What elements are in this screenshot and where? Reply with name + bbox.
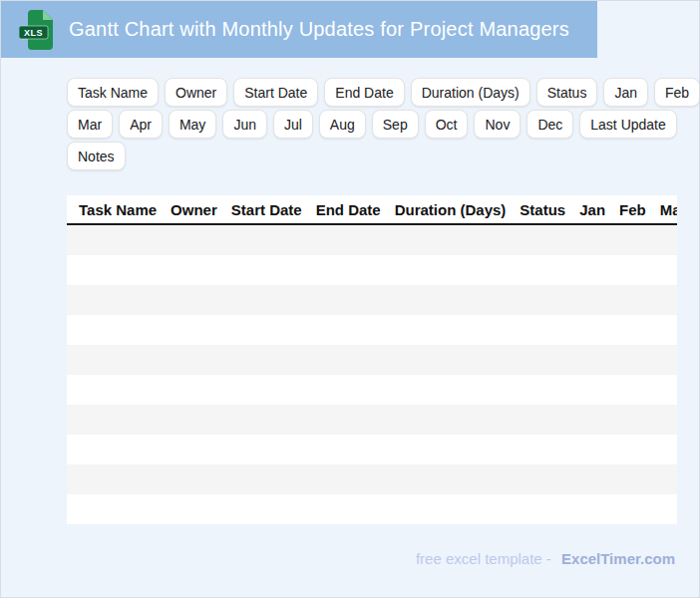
table-body <box>67 225 677 524</box>
table-header-cell: Mar <box>660 201 677 218</box>
column-chip[interactable]: Last Update <box>579 110 677 139</box>
column-chip[interactable]: Start Date <box>233 78 318 107</box>
column-chip[interactable]: Feb <box>654 78 700 107</box>
table-row <box>67 255 677 285</box>
table-header-cell: Task Name <box>79 201 157 218</box>
table-row <box>67 345 677 375</box>
table-row <box>67 464 677 494</box>
table-header-cell: Jan <box>579 201 605 218</box>
column-chip[interactable]: Duration (Days) <box>411 78 530 107</box>
column-chip[interactable]: Apr <box>119 110 163 139</box>
column-chip[interactable]: May <box>169 110 216 139</box>
column-chip[interactable]: Status <box>536 78 598 107</box>
table-header-cell: Start Date <box>231 201 302 218</box>
table-header-cell: Feb <box>619 201 646 218</box>
column-chip[interactable]: Notes <box>67 142 126 170</box>
table-row <box>67 405 677 435</box>
column-chip[interactable]: End Date <box>324 78 404 107</box>
xls-file-icon: XLS <box>19 9 55 51</box>
table-header-row: Task NameOwnerStart DateEnd DateDuration… <box>67 195 677 225</box>
column-chip[interactable]: Mar <box>67 110 113 139</box>
column-chip[interactable]: Task Name <box>67 78 159 107</box>
column-chip[interactable]: Nov <box>474 110 521 139</box>
column-chip[interactable]: Aug <box>319 110 366 139</box>
column-chips: Task NameOwnerStart DateEnd DateDuration… <box>67 78 700 170</box>
table-row <box>67 285 677 315</box>
table-row <box>67 494 677 524</box>
page-title: Gantt Chart with Monthly Updates for Pro… <box>69 18 569 41</box>
column-chip[interactable]: Jul <box>273 110 313 139</box>
column-chip[interactable]: Jun <box>222 110 267 139</box>
page: XLS Gantt Chart with Monthly Updates for… <box>0 0 700 598</box>
column-chip[interactable]: Owner <box>165 78 227 107</box>
table-header-cell: Duration (Days) <box>395 201 507 218</box>
data-table: Task NameOwnerStart DateEnd DateDuration… <box>67 195 677 524</box>
column-chip[interactable]: Dec <box>526 110 573 139</box>
table-header-cell: Owner <box>171 201 217 218</box>
header: XLS Gantt Chart with Monthly Updates for… <box>1 1 597 58</box>
table-header-cell: End Date <box>316 201 381 218</box>
footer-brand-link[interactable]: ExcelTimer.com <box>561 550 675 567</box>
table-header-cell: Status <box>520 201 565 218</box>
xls-badge-text: XLS <box>24 27 43 37</box>
column-chip[interactable]: Sep <box>372 110 419 139</box>
footer: free excel template - ExcelTimer.com <box>416 550 675 567</box>
footer-text: free excel template - <box>416 550 551 567</box>
column-chip[interactable]: Jan <box>603 78 648 107</box>
table-row <box>67 435 677 464</box>
table-row <box>67 225 677 255</box>
table-row <box>67 315 677 345</box>
column-chip[interactable]: Oct <box>425 110 469 139</box>
table-row <box>67 375 677 405</box>
